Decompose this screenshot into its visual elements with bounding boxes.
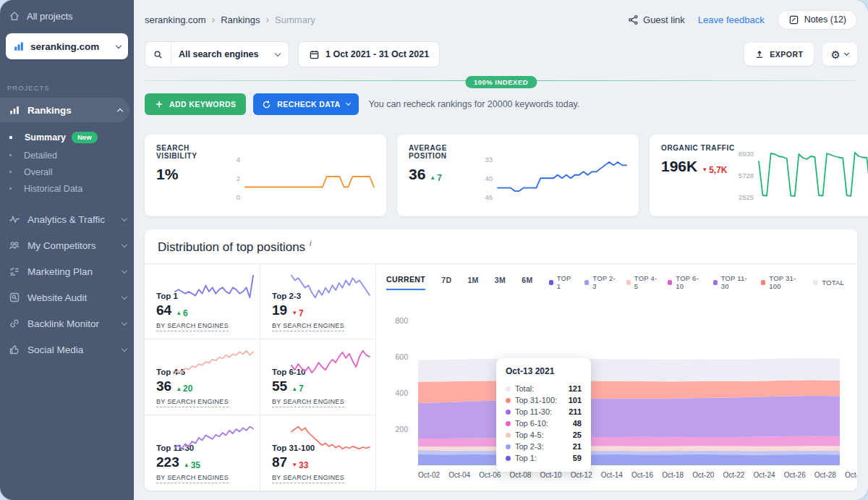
website-audit-label: Website Audit xyxy=(27,292,115,303)
by-search-engines-link[interactable]: BY SEARCH ENGINES xyxy=(272,322,344,331)
tab-3m[interactable]: 3M xyxy=(495,276,506,289)
chevron-down-icon xyxy=(122,241,127,247)
tooltip-dot xyxy=(506,444,511,449)
recheck-data-button[interactable]: RECHECK DATA xyxy=(253,93,358,115)
sidebar-item-social-media[interactable]: Social Media xyxy=(0,336,134,363)
metric-label: ORGANIC TRAFFIC xyxy=(661,144,736,152)
sidebar-item-my-competitors[interactable]: My Competitors xyxy=(0,232,134,258)
y-tick: 5728 xyxy=(739,171,754,179)
chevron-down-icon xyxy=(346,101,351,106)
legend-swatch xyxy=(813,280,818,285)
sidebar-item-website-audit[interactable]: Website Audit xyxy=(0,284,134,310)
chevron-down-icon xyxy=(116,42,122,48)
legend-total[interactable]: TOTAL xyxy=(813,279,844,287)
notes-button[interactable]: Notes (12) xyxy=(778,10,857,30)
breadcrumb-project[interactable]: seranking.com xyxy=(145,14,206,25)
cell-delta: ▲20 xyxy=(176,384,192,394)
metric-value: 1% xyxy=(156,166,178,183)
leave-feedback-link[interactable]: Leave feedback xyxy=(698,14,765,25)
sidebar-item-backlink-monitor[interactable]: Backlink Monitor xyxy=(0,310,134,336)
guest-link-button[interactable]: Guest link xyxy=(628,14,685,25)
indexed-badge: 100% INDEXED xyxy=(465,76,537,88)
chevron-down-icon xyxy=(122,215,127,221)
top2-3-cell: Top 2-3 19 ▼7 BY SEARCH ENGINES xyxy=(260,264,376,339)
settings-button[interactable]: ⚙ xyxy=(822,43,857,66)
project-selector[interactable]: seranking.com xyxy=(6,33,128,59)
legend-top11-30[interactable]: TOP 11-30 xyxy=(713,274,752,290)
sidebar-item-detailed[interactable]: Detailed xyxy=(0,147,134,164)
search-visibility-card: SEARCH VISIBILITY 1% 4 2 0 xyxy=(145,135,386,216)
legend-swatch xyxy=(668,280,672,285)
date-range-value: 1 Oct 2021 - 31 Oct 2021 xyxy=(326,49,429,59)
top2-3-sparkline xyxy=(291,271,370,302)
chart-tooltip: Oct-13 2021 Total:121 Top 31-100:101 Top… xyxy=(496,358,591,472)
stacked-area-plot: 800 600 400 200 Oct-02Oct-04Oct-06Oct-08… xyxy=(386,306,857,465)
app-window: All projects seranking.com PROJECTS Rank… xyxy=(0,0,868,500)
sidebar-item-overall[interactable]: Overall xyxy=(0,164,134,180)
by-search-engines-link[interactable]: BY SEARCH ENGINES xyxy=(156,474,229,483)
rankings-icon xyxy=(9,104,20,116)
x-axis-labels: Oct-02Oct-04Oct-06Oct-08Oct-10Oct-12Oct-… xyxy=(418,471,857,479)
sidebar-item-historical-data[interactable]: Historical Data xyxy=(0,180,134,197)
tooltip-dot xyxy=(506,386,511,391)
chevron-down-icon xyxy=(844,51,849,56)
legend-top2-3[interactable]: TOP 2-3 xyxy=(584,274,616,290)
breadcrumb-rankings[interactable]: Rankings xyxy=(221,14,260,25)
legend-swatch xyxy=(761,280,765,285)
legend-top6-10[interactable]: TOP 6-10 xyxy=(668,274,702,290)
projects-section-label: PROJECTS xyxy=(7,84,134,92)
search-engines-value: All search engines xyxy=(171,49,276,59)
top1-cell: Top 1 64 ▲6 BY SEARCH ENGINES xyxy=(145,264,260,339)
website-audit-icon xyxy=(9,292,20,303)
add-keywords-button[interactable]: ADD KEYWORDS xyxy=(145,93,246,115)
search-engines-select[interactable]: All search engines xyxy=(145,41,289,67)
tab-current[interactable]: CURRENT xyxy=(386,275,425,290)
sidebar-item-rankings[interactable]: Rankings xyxy=(0,98,129,122)
average-position-chart xyxy=(497,154,627,199)
by-search-engines-link[interactable]: BY SEARCH ENGINES xyxy=(272,398,344,407)
tooltip-dot xyxy=(506,410,511,415)
bullet-icon xyxy=(9,136,12,139)
legend-top4-5[interactable]: TOP 4-5 xyxy=(626,274,658,290)
metric-delta: ▼5,7K xyxy=(702,165,727,175)
legend-top1[interactable]: TOP 1 xyxy=(549,274,575,290)
metric-value: 36 xyxy=(409,166,425,183)
sidebar-item-all-projects[interactable]: All projects xyxy=(0,4,134,27)
gear-icon: ⚙ xyxy=(831,49,841,60)
metric-delta: ▲7 xyxy=(430,173,442,183)
search-visibility-chart xyxy=(244,154,375,199)
y-tick: 40 xyxy=(485,174,493,182)
y-tick: 800 xyxy=(386,316,408,325)
marketing-plan-label: Marketing Plan xyxy=(27,266,115,277)
social-media-label: Social Media xyxy=(27,344,115,355)
arrow-down-icon: ▼ xyxy=(702,166,707,173)
by-search-engines-link[interactable]: BY SEARCH ENGINES xyxy=(272,474,344,483)
average-position-card: AVERAGE POSITION 36 ▲7 33 40 46 xyxy=(397,135,639,216)
legend-swatch xyxy=(584,280,589,285)
by-search-engines-link[interactable]: BY SEARCH ENGINES xyxy=(156,322,229,331)
bullet-icon xyxy=(9,171,12,173)
cell-delta: ▼7 xyxy=(292,308,304,318)
tab-6m[interactable]: 6M xyxy=(522,276,532,289)
tooltip-dot xyxy=(506,456,511,461)
positions-chart-area: CURRENT 7D 1M 3M 6M TOP 1 TOP 2-3 TOP 4-… xyxy=(376,264,857,491)
top6-10-cell: Top 6-10 55 ▲7 BY SEARCH ENGINES xyxy=(260,339,376,415)
thumbs-up-icon xyxy=(9,344,20,355)
organic-traffic-chart xyxy=(758,148,868,202)
cell-value: 87 xyxy=(272,454,287,470)
legend-swatch xyxy=(626,280,631,285)
tab-7d[interactable]: 7D xyxy=(441,276,451,289)
note-icon xyxy=(788,14,799,25)
sidebar-item-summary[interactable]: Summary New xyxy=(0,128,134,147)
export-button[interactable]: EXPORT xyxy=(744,43,813,66)
by-search-engines-link[interactable]: BY SEARCH ENGINES xyxy=(156,398,229,407)
refresh-icon xyxy=(262,100,271,109)
tab-1m[interactable]: 1M xyxy=(467,276,478,289)
add-keywords-label: ADD KEYWORDS xyxy=(169,100,236,109)
date-range-picker[interactable]: 1 Oct 2021 - 31 Oct 2021 xyxy=(298,41,440,67)
legend-top31-100[interactable]: TOP 31-100 xyxy=(761,274,803,290)
sidebar-item-marketing-plan[interactable]: Marketing Plan xyxy=(0,258,134,284)
recheck-data-label: RECHECK DATA xyxy=(277,100,340,109)
sidebar-item-analytics-traffic[interactable]: Analytics & Traffic xyxy=(0,206,134,232)
info-icon[interactable]: i xyxy=(310,239,311,247)
